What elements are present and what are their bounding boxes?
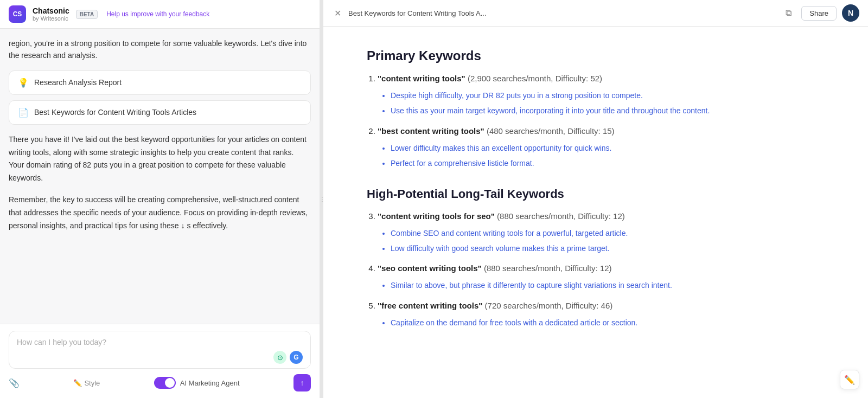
footer-actions: 📎 ✏️ Style AI Marketing Agent ↑ (9, 374, 311, 391)
ai-agent-label: AI Marketing Agent (180, 379, 240, 387)
left-header: CS Chatsonic by Writesonic BETA Help us … (0, 0, 320, 29)
research-analysis-card[interactable]: 💡 Research Analysis Report (9, 70, 311, 95)
longtail-keywords-list: "content writing tools for seo" (880 sea… (367, 210, 825, 329)
beta-badge: BETA (76, 10, 98, 19)
keyword-bullet: Perfect for a comprehensive listicle for… (391, 157, 825, 169)
body-text-1: There you have it! I've laid out the bes… (9, 133, 311, 185)
brand-info: Chatsonic by Writesonic (33, 7, 69, 22)
attach-icon[interactable]: 📎 (9, 378, 20, 388)
longtail-keyword-item: "seo content writing tools" (880 searche… (378, 262, 825, 291)
brand-name: Chatsonic (33, 7, 69, 15)
keyword-item: "content writing tools" (2,900 searches/… (378, 72, 825, 117)
app-logo: CS (9, 5, 26, 23)
green-tool-icon[interactable]: ⊙ (273, 351, 286, 364)
ai-agent-toggle-area: AI Marketing Agent (154, 377, 240, 389)
chat-input-area: How can I help you today? ⊙ G (9, 331, 311, 369)
chat-input-placeholder[interactable]: How can I help you today? (17, 338, 303, 346)
left-panel: CS Chatsonic by Writesonic BETA Help us … (0, 0, 320, 398)
close-button[interactable]: ✕ (332, 8, 343, 18)
scroll-down-icon: ↓ (181, 221, 187, 230)
g-tool-icon[interactable]: G (290, 351, 303, 364)
brand-sub: by Writesonic (33, 15, 69, 22)
longtail-keyword-item: "free content writing tools" (720 search… (378, 299, 825, 329)
left-content: region, you're in a strong position to c… (0, 29, 320, 324)
right-header: ✕ Best Keywords for Content Writing Tool… (323, 0, 868, 27)
copy-icon[interactable]: ⧉ (786, 8, 792, 18)
keyword-bullet: Use this as your main target keyword, in… (391, 105, 825, 117)
lightbulb-icon: 💡 (18, 78, 29, 88)
doc-title: Best Keywords for Content Writing Tools … (348, 9, 780, 17)
keyword-bullet: Despite high difficulty, your DR 82 puts… (391, 89, 825, 101)
longtail-keywords-heading: High-Potential Long-Tail Keywords (367, 187, 825, 201)
input-icons: ⊙ G (17, 351, 303, 364)
right-panel: ✕ Best Keywords for Content Writing Tool… (323, 0, 868, 398)
share-button[interactable]: Share (801, 6, 837, 21)
right-content: Primary Keywords "content writing tools"… (323, 27, 868, 398)
keywords-list: "content writing tools" (2,900 searches/… (367, 72, 825, 170)
keywords-card[interactable]: 📄 Best Keywords for Content Writing Tool… (9, 100, 311, 125)
feedback-link[interactable]: Help us improve with your feedback (106, 10, 209, 18)
longtail-keyword-bullet: Combine SEO and content writing tools fo… (391, 227, 825, 239)
keyword-bullet: Lower difficulty makes this an excellent… (391, 142, 825, 154)
intro-text: region, you're in a strong position to c… (9, 37, 311, 62)
longtail-keyword-bullet: Similar to above, but phrase it differen… (391, 279, 825, 291)
send-button[interactable]: ↑ (293, 374, 311, 391)
keyword-item: "best content writing tools" (480 search… (378, 125, 825, 170)
style-button[interactable]: ✏️ Style (73, 379, 100, 387)
document-icon: 📄 (18, 107, 29, 118)
primary-keywords-heading: Primary Keywords (367, 48, 825, 63)
longtail-keyword-item: "content writing tools for seo" (880 sea… (378, 210, 825, 255)
toggle-knob (165, 378, 175, 388)
longtail-keyword-bullet: Capitalize on the demand for free tools … (391, 317, 825, 329)
longtail-keyword-bullet: Low difficulty with good search volume m… (391, 242, 825, 254)
edit-corner-button[interactable]: ✏️ (840, 370, 859, 389)
ai-agent-toggle[interactable] (154, 377, 176, 389)
body-text-2: Remember, the key to success will be cre… (9, 194, 311, 232)
style-icon: ✏️ (73, 379, 82, 387)
left-footer: How can I help you today? ⊙ G 📎 ✏️ Style… (0, 324, 320, 398)
user-avatar: N (842, 4, 859, 22)
